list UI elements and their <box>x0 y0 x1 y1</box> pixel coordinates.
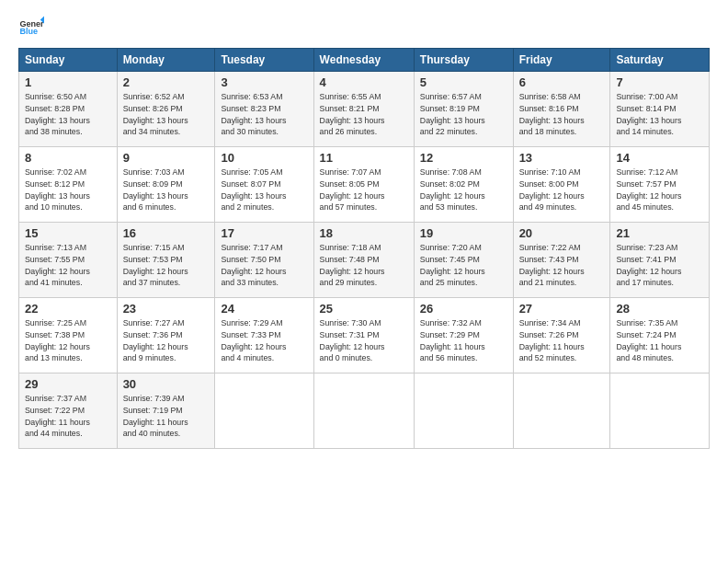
table-row: 13Sunrise: 7:10 AM Sunset: 8:00 PM Dayli… <box>513 147 610 223</box>
day-info: Sunrise: 7:02 AM Sunset: 8:12 PM Dayligh… <box>25 167 111 213</box>
svg-text:Blue: Blue <box>19 27 38 36</box>
day-info: Sunrise: 7:35 AM Sunset: 7:24 PM Dayligh… <box>616 317 703 364</box>
day-number: 13 <box>519 151 605 165</box>
day-number: 12 <box>420 151 507 165</box>
day-number: 22 <box>25 302 111 316</box>
logo-icon: General Blue <box>18 15 44 40</box>
calendar: Sunday Monday Tuesday Wednesday Thursday… <box>18 48 710 449</box>
table-row: 12Sunrise: 7:08 AM Sunset: 8:02 PM Dayli… <box>414 147 513 223</box>
day-number: 8 <box>25 151 111 165</box>
table-row: 1Sunrise: 6:50 AM Sunset: 8:28 PM Daylig… <box>19 72 118 147</box>
day-number: 5 <box>420 75 507 89</box>
table-row: 4Sunrise: 6:55 AM Sunset: 8:21 PM Daylig… <box>313 72 414 147</box>
day-number: 30 <box>123 377 210 391</box>
table-row: 25Sunrise: 7:30 AM Sunset: 7:31 PM Dayli… <box>313 298 414 373</box>
table-row <box>215 373 313 449</box>
table-row: 5Sunrise: 6:57 AM Sunset: 8:19 PM Daylig… <box>414 72 513 147</box>
table-row: 10Sunrise: 7:05 AM Sunset: 8:07 PM Dayli… <box>215 147 313 223</box>
day-info: Sunrise: 6:53 AM Sunset: 8:23 PM Dayligh… <box>221 91 307 138</box>
day-info: Sunrise: 7:00 AM Sunset: 8:14 PM Dayligh… <box>616 91 703 138</box>
table-row: 7Sunrise: 7:00 AM Sunset: 8:14 PM Daylig… <box>610 72 710 147</box>
day-info: Sunrise: 7:23 AM Sunset: 7:41 PM Dayligh… <box>616 242 703 289</box>
day-number: 27 <box>519 302 605 316</box>
table-row <box>610 373 710 449</box>
day-number: 28 <box>616 302 703 316</box>
day-number: 21 <box>616 226 703 240</box>
day-number: 15 <box>25 226 111 240</box>
table-row: 16Sunrise: 7:15 AM Sunset: 7:53 PM Dayli… <box>117 223 215 298</box>
col-saturday: Saturday <box>610 49 710 72</box>
table-row <box>513 373 610 449</box>
table-row <box>414 373 513 449</box>
day-number: 1 <box>25 75 111 89</box>
logo: General Blue <box>18 15 48 40</box>
col-friday: Friday <box>513 49 610 72</box>
day-number: 26 <box>420 302 507 316</box>
day-number: 18 <box>320 226 408 240</box>
day-info: Sunrise: 7:17 AM Sunset: 7:50 PM Dayligh… <box>221 242 307 289</box>
table-row: 20Sunrise: 7:22 AM Sunset: 7:43 PM Dayli… <box>513 223 610 298</box>
table-row: 23Sunrise: 7:27 AM Sunset: 7:36 PM Dayli… <box>117 298 215 373</box>
day-info: Sunrise: 7:27 AM Sunset: 7:36 PM Dayligh… <box>123 317 210 364</box>
table-row: 6Sunrise: 6:58 AM Sunset: 8:16 PM Daylig… <box>513 72 610 147</box>
day-info: Sunrise: 7:32 AM Sunset: 7:29 PM Dayligh… <box>420 317 507 364</box>
col-monday: Monday <box>117 49 215 72</box>
col-sunday: Sunday <box>19 49 118 72</box>
table-row: 22Sunrise: 7:25 AM Sunset: 7:38 PM Dayli… <box>19 298 118 373</box>
day-info: Sunrise: 7:37 AM Sunset: 7:22 PM Dayligh… <box>25 393 111 440</box>
day-info: Sunrise: 7:05 AM Sunset: 8:07 PM Dayligh… <box>221 167 307 213</box>
day-number: 9 <box>123 151 210 165</box>
table-row: 30Sunrise: 7:39 AM Sunset: 7:19 PM Dayli… <box>117 373 215 449</box>
day-number: 10 <box>221 151 307 165</box>
table-row: 14Sunrise: 7:12 AM Sunset: 7:57 PM Dayli… <box>610 147 710 223</box>
table-row: 3Sunrise: 6:53 AM Sunset: 8:23 PM Daylig… <box>215 72 313 147</box>
table-row: 9Sunrise: 7:03 AM Sunset: 8:09 PM Daylig… <box>117 147 215 223</box>
col-wednesday: Wednesday <box>313 49 414 72</box>
day-info: Sunrise: 7:30 AM Sunset: 7:31 PM Dayligh… <box>320 317 408 364</box>
day-info: Sunrise: 7:07 AM Sunset: 8:05 PM Dayligh… <box>320 167 408 213</box>
table-row: 8Sunrise: 7:02 AM Sunset: 8:12 PM Daylig… <box>19 147 118 223</box>
day-number: 3 <box>221 75 307 89</box>
day-info: Sunrise: 7:18 AM Sunset: 7:48 PM Dayligh… <box>320 242 408 289</box>
col-thursday: Thursday <box>414 49 513 72</box>
day-info: Sunrise: 7:20 AM Sunset: 7:45 PM Dayligh… <box>420 242 507 289</box>
day-info: Sunrise: 7:25 AM Sunset: 7:38 PM Dayligh… <box>25 317 111 364</box>
day-info: Sunrise: 7:13 AM Sunset: 7:55 PM Dayligh… <box>25 242 111 289</box>
day-info: Sunrise: 7:12 AM Sunset: 7:57 PM Dayligh… <box>616 167 703 213</box>
table-row: 18Sunrise: 7:18 AM Sunset: 7:48 PM Dayli… <box>313 223 414 298</box>
table-row: 26Sunrise: 7:32 AM Sunset: 7:29 PM Dayli… <box>414 298 513 373</box>
day-info: Sunrise: 7:03 AM Sunset: 8:09 PM Dayligh… <box>123 167 210 213</box>
day-info: Sunrise: 7:29 AM Sunset: 7:33 PM Dayligh… <box>221 317 307 364</box>
day-info: Sunrise: 7:22 AM Sunset: 7:43 PM Dayligh… <box>519 242 605 289</box>
col-tuesday: Tuesday <box>215 49 313 72</box>
table-row: 28Sunrise: 7:35 AM Sunset: 7:24 PM Dayli… <box>610 298 710 373</box>
table-row: 11Sunrise: 7:07 AM Sunset: 8:05 PM Dayli… <box>313 147 414 223</box>
day-number: 23 <box>123 302 210 316</box>
day-number: 24 <box>221 302 307 316</box>
day-info: Sunrise: 6:55 AM Sunset: 8:21 PM Dayligh… <box>320 91 408 138</box>
table-row: 21Sunrise: 7:23 AM Sunset: 7:41 PM Dayli… <box>610 223 710 298</box>
day-number: 19 <box>420 226 507 240</box>
table-row: 2Sunrise: 6:52 AM Sunset: 8:26 PM Daylig… <box>117 72 215 147</box>
day-info: Sunrise: 7:15 AM Sunset: 7:53 PM Dayligh… <box>123 242 210 289</box>
day-info: Sunrise: 7:08 AM Sunset: 8:02 PM Dayligh… <box>420 167 507 213</box>
day-info: Sunrise: 7:39 AM Sunset: 7:19 PM Dayligh… <box>123 393 210 440</box>
table-row: 27Sunrise: 7:34 AM Sunset: 7:26 PM Dayli… <box>513 298 610 373</box>
day-info: Sunrise: 7:10 AM Sunset: 8:00 PM Dayligh… <box>519 167 605 213</box>
day-info: Sunrise: 7:34 AM Sunset: 7:26 PM Dayligh… <box>519 317 605 364</box>
day-number: 29 <box>25 377 111 391</box>
day-info: Sunrise: 6:58 AM Sunset: 8:16 PM Dayligh… <box>519 91 605 138</box>
table-row: 19Sunrise: 7:20 AM Sunset: 7:45 PM Dayli… <box>414 223 513 298</box>
day-number: 2 <box>123 75 210 89</box>
day-info: Sunrise: 6:50 AM Sunset: 8:28 PM Dayligh… <box>25 91 111 138</box>
day-number: 6 <box>519 75 605 89</box>
day-number: 17 <box>221 226 307 240</box>
day-info: Sunrise: 6:52 AM Sunset: 8:26 PM Dayligh… <box>123 91 210 138</box>
day-info: Sunrise: 6:57 AM Sunset: 8:19 PM Dayligh… <box>420 91 507 138</box>
day-number: 11 <box>320 151 408 165</box>
day-number: 14 <box>616 151 703 165</box>
table-row <box>313 373 414 449</box>
day-number: 16 <box>123 226 210 240</box>
table-row: 29Sunrise: 7:37 AM Sunset: 7:22 PM Dayli… <box>19 373 118 449</box>
table-row: 17Sunrise: 7:17 AM Sunset: 7:50 PM Dayli… <box>215 223 313 298</box>
